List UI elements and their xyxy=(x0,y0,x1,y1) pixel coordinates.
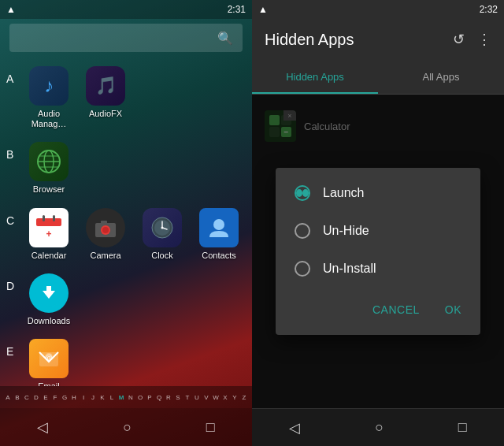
apps-row-b: Browser xyxy=(22,139,76,198)
dialog-option-launch[interactable]: Launch xyxy=(276,174,480,212)
svg-point-12 xyxy=(102,227,109,233)
apps-row-c: + Calendar Camera xyxy=(22,205,246,264)
app-calendar[interactable]: + Calendar xyxy=(22,205,76,264)
radio-selected-dot xyxy=(296,189,302,197)
alpha-t[interactable]: T xyxy=(183,394,191,401)
alpha-z[interactable]: Z xyxy=(240,394,248,401)
radio-launch[interactable] xyxy=(295,185,310,201)
alpha-j[interactable]: J xyxy=(89,394,97,401)
refresh-icon[interactable]: ↺ xyxy=(453,31,465,48)
section-letter-d: D xyxy=(6,270,22,292)
nav-bar-right: ◁ ○ □ xyxy=(252,408,504,446)
alpha-m[interactable]: M xyxy=(117,394,125,401)
alpha-e[interactable]: E xyxy=(42,394,50,401)
section-letter-b: B xyxy=(6,139,22,161)
dialog-unhide-label: Un-Hide xyxy=(323,224,369,238)
alpha-u[interactable]: U xyxy=(193,394,201,401)
alpha-q[interactable]: Q xyxy=(155,394,163,401)
dialog-overlay: Launch Un-Hide Un-Install CANCEL OK xyxy=(252,95,504,408)
section-a: A ♪ Audio Manag… 🎵 AudioFX xyxy=(0,60,252,136)
alpha-o[interactable]: O xyxy=(136,394,144,401)
content-area: × − Calculator Launch xyxy=(252,95,504,408)
svg-text:+: + xyxy=(46,229,51,240)
radio-uninstall[interactable] xyxy=(295,261,310,277)
alpha-b[interactable]: B xyxy=(13,394,21,401)
alpha-n[interactable]: N xyxy=(127,394,135,401)
alpha-i[interactable]: I xyxy=(80,394,87,401)
section-letter-c: C xyxy=(6,205,22,227)
calendar-icon: + xyxy=(29,208,69,247)
tab-hidden-apps[interactable]: Hidden Apps xyxy=(252,60,378,94)
back-button-left[interactable]: ◁ xyxy=(37,418,48,436)
svg-text:@: @ xyxy=(45,354,52,362)
app-clock[interactable]: Clock xyxy=(135,205,189,264)
app-audio-manager[interactable]: ♪ Audio Manag… xyxy=(22,63,76,132)
section-c: C + Calendar xyxy=(0,202,252,267)
downloads-icon xyxy=(29,273,69,313)
section-e: E @ Email xyxy=(0,333,252,386)
alpha-l[interactable]: L xyxy=(108,394,116,401)
browser-icon xyxy=(29,142,69,181)
alpha-s[interactable]: S xyxy=(174,394,182,401)
app-browser[interactable]: Browser xyxy=(22,139,76,198)
alpha-g[interactable]: G xyxy=(61,394,69,401)
alpha-p[interactable]: P xyxy=(146,394,154,401)
app-audiofx[interactable]: 🎵 AudioFX xyxy=(79,63,132,132)
alpha-v[interactable]: V xyxy=(202,394,210,401)
calendar-label: Calendar xyxy=(32,251,67,261)
page-title: Hidden Apps xyxy=(265,31,354,49)
tab-hidden-apps-label: Hidden Apps xyxy=(286,71,344,83)
ok-button[interactable]: OK xyxy=(439,297,468,322)
audio-manager-label: Audio Manag… xyxy=(24,109,74,129)
browser-label: Browser xyxy=(33,184,65,195)
status-bar-left: ▲ 2:31 xyxy=(0,0,252,19)
app-contacts[interactable]: Contacts xyxy=(192,205,246,264)
tab-all-apps-label: All Apps xyxy=(423,71,460,83)
alpha-d[interactable]: D xyxy=(32,394,40,401)
alpha-x[interactable]: X xyxy=(221,394,229,401)
svg-point-18 xyxy=(161,226,164,229)
right-status-time: 2:32 xyxy=(480,4,498,15)
app-email[interactable]: @ Email xyxy=(22,336,76,386)
svg-rect-22 xyxy=(46,286,51,294)
app-camera[interactable]: Camera xyxy=(79,205,132,264)
left-status-icon: ▲ xyxy=(6,4,16,15)
alpha-k[interactable]: K xyxy=(98,394,106,401)
app-downloads[interactable]: Downloads xyxy=(22,270,76,329)
title-actions: ↺ ⋮ xyxy=(453,31,491,48)
right-status-icon: ▲ xyxy=(258,4,268,15)
alpha-f[interactable]: F xyxy=(51,394,59,401)
apps-row-e: @ Email xyxy=(22,336,76,386)
back-button-right[interactable]: ◁ xyxy=(289,419,300,437)
cancel-button[interactable]: CANCEL xyxy=(366,297,426,322)
tab-all-apps[interactable]: All Apps xyxy=(378,60,504,94)
section-d: D Downloads xyxy=(0,267,252,333)
search-icon: 🔍 xyxy=(217,31,233,46)
left-panel: ▲ 2:31 🔍 A ♪ Audio Manag… 🎵 AudioFX xyxy=(0,0,252,446)
dialog-option-uninstall[interactable]: Un-Install xyxy=(276,250,480,288)
dialog-launch-label: Launch xyxy=(323,186,365,200)
email-icon: @ xyxy=(29,339,69,378)
right-panel: ▲ 2:32 Hidden Apps ↺ ⋮ Hidden Apps All A… xyxy=(252,0,504,446)
svg-rect-13 xyxy=(101,221,107,225)
alpha-r[interactable]: R xyxy=(165,394,172,401)
home-button-right[interactable]: ○ xyxy=(375,419,384,436)
contacts-label: Contacts xyxy=(202,251,235,261)
alphabet-bar[interactable]: A B C D E F G H I J K L M N O P Q R S T … xyxy=(0,386,252,408)
alpha-a[interactable]: A xyxy=(4,394,12,401)
svg-rect-8 xyxy=(53,215,55,221)
apps-row-d: Downloads xyxy=(22,270,76,329)
audiofx-icon: 🎵 xyxy=(86,66,125,106)
recents-button-left[interactable]: □ xyxy=(206,419,215,436)
recents-button-right[interactable]: □ xyxy=(458,419,467,436)
dialog-option-unhide[interactable]: Un-Hide xyxy=(276,212,480,250)
radio-unhide[interactable] xyxy=(295,223,310,239)
audio-manager-icon: ♪ xyxy=(29,66,69,106)
home-button-left[interactable]: ○ xyxy=(123,419,132,436)
alpha-c[interactable]: C xyxy=(23,394,31,401)
alpha-w[interactable]: W xyxy=(212,394,220,401)
search-bar[interactable]: 🔍 xyxy=(9,24,243,52)
alpha-y[interactable]: Y xyxy=(231,394,239,401)
more-options-icon[interactable]: ⋮ xyxy=(477,31,491,48)
alpha-h[interactable]: H xyxy=(70,394,78,401)
